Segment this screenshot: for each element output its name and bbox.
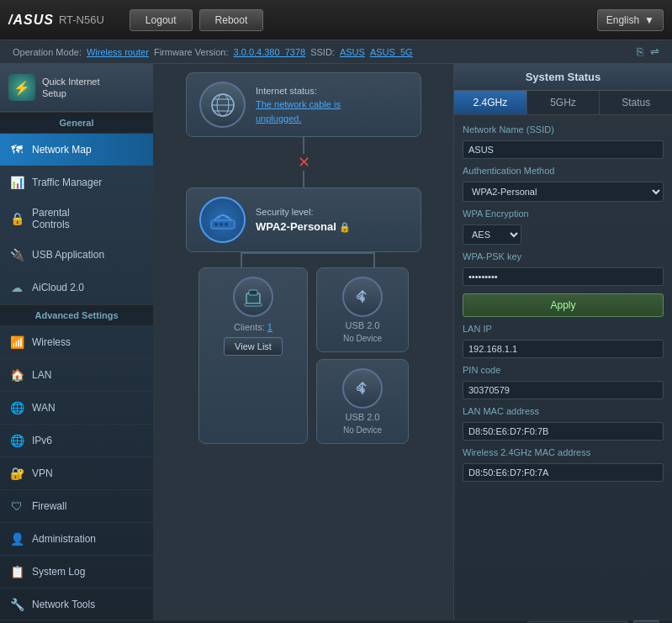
firmware-label: Firmware Version: [154,47,229,57]
svg-point-14 [358,296,360,298]
system-status-title: System Status [454,64,672,91]
usb1-icon [342,277,383,317]
sidebar-item-system-log[interactable]: 📋 System Log [0,556,153,589]
sidebar-label-lan: LAN [32,369,51,381]
ssid2-value[interactable]: ASUS_5G [370,47,413,57]
internet-icon [199,82,246,128]
pin-input[interactable] [463,381,664,399]
quick-internet-setup[interactable]: ⚡ Quick InternetSetup [0,64,153,112]
clients-card: Clients: 1 View List [198,267,308,444]
sidebar-item-wireless[interactable]: 📶 Wireless [0,326,153,359]
wpa-enc-select[interactable]: AES [463,224,521,245]
sidebar-item-firewall[interactable]: 🛡 Firewall [0,490,153,523]
svg-rect-6 [214,223,218,226]
system-log-icon: 📋 [8,563,25,580]
system-status-body: Network Name (SSID) Authentication Metho… [454,115,672,620]
network-map-icon: 🗺 [8,141,25,158]
router-card: Security level: WPA2-Personal 🔒 [186,187,421,252]
sidebar-item-ipv6[interactable]: 🌐 IPv6 [0,425,153,457]
wpa-psk-input[interactable] [463,267,664,286]
security-label: Security level: [256,207,313,217]
sidebar-label-administration: Administration [32,533,96,545]
sidebar-item-aicloud[interactable]: ☁ AiCloud 2.0 [0,272,153,304]
wpa-enc-field-label: WPA Encryption [463,209,664,219]
svg-rect-19 [362,390,363,392]
usb-cards-column: USB 2.0 No Device [316,267,409,444]
content-area: Internet status: The network cable isunp… [154,64,672,620]
ssid-field-label: Network Name (SSID) [463,124,664,135]
tab-5ghz[interactable]: 5GHz [527,91,601,114]
sidebar-item-traffic-manager[interactable]: 📊 Traffic Manager [0,166,153,199]
clients-icon [233,277,273,317]
sidebar-item-parental-controls[interactable]: 🔒 ParentalControls [0,199,153,239]
top-buttons: Logout Reboot [130,9,263,31]
ipv6-icon: 🌐 [8,432,25,449]
ssid-label: SSID: [310,47,335,57]
wireless-mac-field-label: Wireless 2.4GHz MAC address [463,447,664,457]
lan-ip-input[interactable] [463,340,664,358]
sidebar-label-ipv6: IPv6 [32,435,52,446]
ssid-input[interactable] [463,140,664,159]
security-value: WPA2-Personal [256,220,336,233]
usb2-icon [342,368,383,409]
firmware-value[interactable]: 3.0.0.4.380_7378 [234,47,306,57]
logout-button[interactable]: Logout [130,9,193,31]
lock-icon: 🔒 [339,222,351,232]
usb1-card: USB 2.0 No Device [316,267,409,352]
clients-count-link[interactable]: 1 [267,322,273,332]
lan-icon: 🏠 [8,367,25,383]
usb-application-icon: 🔌 [8,246,25,263]
advanced-settings-header: Advanced Settings [0,304,153,326]
sidebar-label-system-log: System Log [32,566,85,578]
administration-icon: 👤 [8,531,25,547]
sidebar-label-network-map: Network Map [32,144,92,156]
auth-select-row: WPA2-Personal [463,182,664,202]
main-layout: ⚡ Quick InternetSetup General 🗺 Network … [0,64,672,620]
sidebar-label-wireless: Wireless [32,336,71,348]
network-map-panel: Internet status: The network cable isunp… [154,64,453,620]
sidebar-label-aicloud: AiCloud 2.0 [32,282,84,293]
quick-setup-icon: ⚡ [8,74,35,101]
internet-status-value[interactable]: The network cable isunplugged. [256,99,341,124]
wpa-enc-select-row: AES [463,224,664,245]
usb-icon: ⇌ [650,45,659,58]
wan-icon: 🌐 [8,399,25,416]
quick-setup-label: Quick InternetSetup [42,76,99,100]
auth-field-label: Authentication Method [463,166,664,176]
language-selector[interactable]: English ▼ [597,9,664,31]
sidebar-label-network-tools: Network Tools [32,599,95,610]
tab-24ghz[interactable]: 2.4GHz [454,91,527,114]
auth-select[interactable]: WPA2-Personal [463,182,664,202]
copy-icon: ⎘ [637,45,643,58]
split-connector [186,252,421,267]
sidebar-item-usb-application[interactable]: 🔌 USB Application [0,239,153,272]
usb2-label: USB 2.0 [346,412,380,422]
reboot-button[interactable]: Reboot [199,9,264,31]
usb2-device: No Device [343,425,382,435]
svg-rect-7 [220,223,223,226]
system-status-panel: System Status 2.4GHz 5GHz Status Network… [453,64,672,620]
general-section-header: General [0,112,153,134]
sidebar-item-network-tools[interactable]: 🔧 Network Tools [0,589,153,620]
op-mode-value[interactable]: Wireless router [87,47,149,57]
top-bar: /ASUS RT-N56U Logout Reboot English ▼ [0,0,672,40]
view-list-button[interactable]: View List [224,337,283,356]
sidebar-item-administration[interactable]: 👤 Administration [0,523,153,556]
sidebar-item-wan[interactable]: 🌐 WAN [0,392,153,425]
lan-mac-input[interactable] [463,422,664,441]
wireless-mac-input[interactable] [463,463,664,482]
sidebar-item-network-map[interactable]: 🗺 Network Map [0,134,153,166]
sidebar-label-firewall: Firewall [32,500,66,512]
tab-status[interactable]: Status [600,91,672,114]
pin-field-label: PIN code [463,365,664,375]
svg-rect-10 [249,290,257,295]
sidebar-item-vpn[interactable]: 🔐 VPN [0,457,153,490]
op-mode-bar: Operation Mode: Wireless router Firmware… [0,40,672,64]
apply-button[interactable]: Apply [463,293,664,317]
svg-rect-15 [362,298,363,300]
router-security-info: Security level: WPA2-Personal 🔒 [256,205,351,235]
lan-mac-field-label: LAN MAC address [463,406,664,416]
sidebar-item-lan[interactable]: 🏠 LAN [0,359,153,392]
svg-rect-8 [225,223,228,226]
ssid1-value[interactable]: ASUS [340,47,365,57]
